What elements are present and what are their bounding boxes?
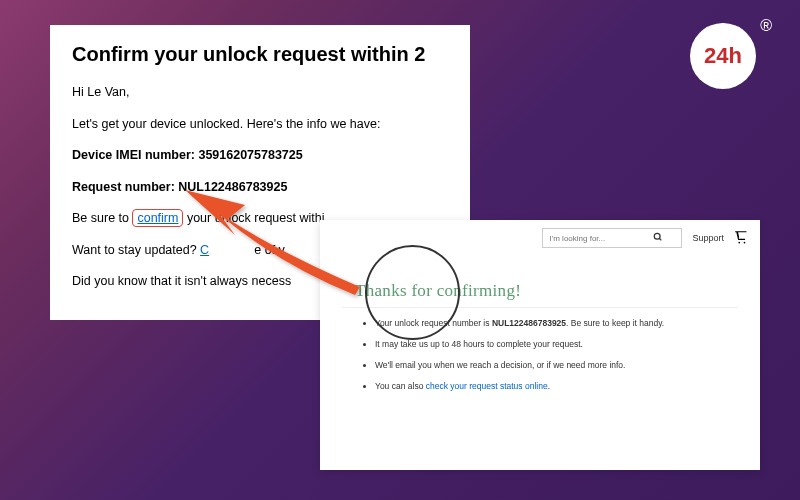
greeting: Hi Le Van,: [72, 84, 448, 102]
confirm-header: Support: [320, 220, 760, 256]
confirm-link[interactable]: confirm: [132, 209, 183, 227]
logo-24h: 24h ®: [690, 15, 770, 95]
svg-point-0: [655, 233, 661, 239]
search-icon[interactable]: [653, 232, 667, 244]
device-info: Device IMEI number: 359162075783725 Requ…: [72, 147, 448, 196]
logo-circle: 24h: [690, 23, 756, 89]
list-item: Your unlock request number is NUL1224867…: [375, 318, 740, 329]
support-link[interactable]: Support: [692, 233, 724, 243]
svg-line-1: [660, 238, 662, 240]
search-input[interactable]: [543, 232, 653, 245]
confirm-suffix: your unlock request withi: [183, 211, 324, 225]
request-value: NUL122486783925: [178, 180, 287, 194]
list-item: You can also check your request status o…: [375, 381, 740, 392]
registered-icon: ®: [760, 17, 772, 35]
imei-row: Device IMEI number: 359162075783725: [72, 147, 448, 165]
b4-prefix: You can also: [375, 381, 426, 391]
search-box[interactable]: [542, 228, 682, 248]
b1-suffix: . Be sure to keep it handy.: [566, 318, 664, 328]
list-item: We'll email you when we reach a decision…: [375, 360, 740, 371]
b1-prefix: Your unlock request number is: [375, 318, 492, 328]
confirm-prefix: Be sure to: [72, 211, 132, 225]
logo-text: 24h: [704, 43, 742, 69]
cart-icon[interactable]: [734, 230, 748, 247]
confirmation-panel: Support Thanks for confirming! Your unlo…: [320, 220, 760, 470]
email-title: Confirm your unlock request within 2: [72, 43, 448, 66]
check-status-link[interactable]: check your request status online: [426, 381, 548, 391]
request-row: Request number: NUL122486783925: [72, 179, 448, 197]
imei-label: Device IMEI number:: [72, 148, 195, 162]
b1-number: NUL122486783925: [492, 318, 566, 328]
updated-suffix: e of y: [254, 243, 285, 257]
updated-prefix: Want to stay updated?: [72, 243, 200, 257]
bullet-list: Your unlock request number is NUL1224867…: [320, 318, 760, 392]
request-label: Request number:: [72, 180, 175, 194]
list-item: It may take us up to 48 hours to complet…: [375, 339, 740, 350]
thanks-title: Thanks for confirming!: [355, 281, 760, 301]
status-link[interactable]: C: [200, 243, 209, 257]
intro: Let's get your device unlocked. Here's t…: [72, 116, 448, 134]
divider: [342, 307, 738, 308]
b4-suffix: .: [548, 381, 550, 391]
imei-value: 359162075783725: [198, 148, 302, 162]
